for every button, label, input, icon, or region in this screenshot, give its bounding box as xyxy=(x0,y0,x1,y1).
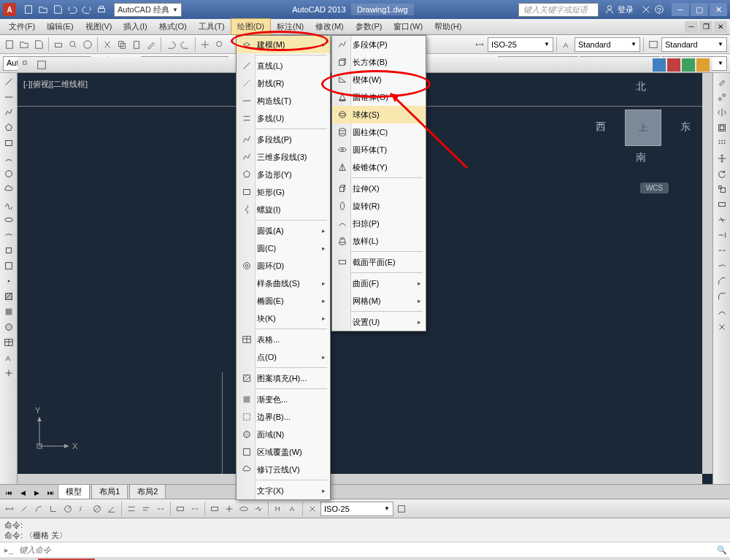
tab-prev[interactable]: ◀ xyxy=(17,489,28,496)
modeling-menu-item-cylinder[interactable]: 圆柱体(C) xyxy=(332,123,426,141)
modeling-menu-item-setup[interactable]: 设置(U) xyxy=(332,313,426,331)
menu-insert[interactable]: 插入(I) xyxy=(118,19,153,34)
dimstyle-combo-2[interactable]: ISO-25▼ xyxy=(320,502,393,516)
modeling-menu-item-polysolid[interactable]: 多段体(P) xyxy=(332,36,426,53)
preview-icon[interactable] xyxy=(66,38,80,51)
print-icon[interactable] xyxy=(52,38,65,51)
draw-menu-item-3dpoly[interactable]: 三维多段线(3) xyxy=(237,148,330,166)
command-line[interactable]: ▸_ 🔍 xyxy=(0,542,730,557)
centermark-icon[interactable] xyxy=(223,502,236,515)
dimstyle-mgr-icon[interactable] xyxy=(395,502,408,515)
tolerance-icon[interactable] xyxy=(208,502,221,515)
offset-icon[interactable] xyxy=(715,120,729,135)
draw-menu-item-ray[interactable]: 射线(R) xyxy=(237,74,330,92)
menu-parametric[interactable]: 参数(P) xyxy=(350,19,388,34)
maximize-button[interactable]: ▢ xyxy=(691,3,708,16)
menu-dimension[interactable]: 标注(N) xyxy=(271,19,310,34)
draw-menu-item-block[interactable]: 块(K) xyxy=(237,310,330,327)
tab-next[interactable]: ▶ xyxy=(31,489,42,496)
mirror-icon[interactable] xyxy=(715,105,729,120)
draw-menu-item-circle[interactable]: 圆(C) xyxy=(237,239,330,257)
menu-edit[interactable]: 编辑(E) xyxy=(41,19,80,34)
dim-radius-icon[interactable] xyxy=(61,502,74,515)
help-icon[interactable]: ? xyxy=(653,3,666,16)
pan-icon[interactable] xyxy=(199,38,212,51)
modeling-menu-item-sphere[interactable]: 球体(S) xyxy=(332,106,426,123)
viewport-label[interactable]: [-][俯视][二维线框] xyxy=(23,79,88,90)
insert-icon[interactable] xyxy=(1,243,16,258)
dim-continue-icon[interactable] xyxy=(154,502,167,515)
join-icon[interactable] xyxy=(715,258,729,273)
dim-linear-icon[interactable] xyxy=(3,502,16,515)
draw-menu-item-revcloud[interactable]: 修订云线(V) xyxy=(237,461,330,478)
dim-break-icon[interactable] xyxy=(188,502,201,515)
gradient-icon[interactable] xyxy=(1,304,16,319)
print-icon[interactable] xyxy=(95,3,108,16)
dim-arc-icon[interactable] xyxy=(32,502,45,515)
close-button[interactable]: ✕ xyxy=(710,3,727,16)
hatch-icon[interactable] xyxy=(1,289,16,304)
array-icon[interactable] xyxy=(715,136,729,150)
modeling-menu-item-extrude[interactable]: 拉伸(X) xyxy=(332,180,426,197)
line-icon[interactable] xyxy=(1,74,16,89)
draw-menu-item-gradient[interactable]: 渐变色... xyxy=(237,391,330,408)
vp-icon[interactable] xyxy=(20,58,34,72)
menu-modify[interactable]: 修改(M) xyxy=(310,19,350,34)
paste-icon[interactable] xyxy=(130,38,143,51)
draw-menu-item-mline[interactable]: 多线(U) xyxy=(237,110,330,127)
dim-ord-icon[interactable] xyxy=(47,502,60,515)
hscrollbar[interactable] xyxy=(18,474,702,484)
minimize-button[interactable]: ─ xyxy=(672,3,689,16)
point-icon[interactable] xyxy=(1,274,16,288)
vp-icon2[interactable] xyxy=(35,58,48,72)
chamfer-icon[interactable] xyxy=(715,274,729,288)
open-icon[interactable] xyxy=(18,38,31,51)
app-logo[interactable]: A xyxy=(3,3,16,16)
copy2-icon[interactable] xyxy=(715,90,729,104)
draw-menu-item-donut[interactable]: 圆环(D) xyxy=(237,257,330,275)
textstyle-icon[interactable]: A xyxy=(560,38,573,51)
tab-last[interactable]: ⏭ xyxy=(45,489,56,496)
textstyle-combo[interactable]: Standard▼ xyxy=(575,37,640,52)
draw-menu-item-modeling[interactable]: 建模(M) xyxy=(237,36,330,53)
draw-menu-item-hatch[interactable]: 图案填充(H)... xyxy=(237,369,330,387)
menu-draw[interactable]: 绘图(D) xyxy=(231,18,271,35)
region-icon[interactable] xyxy=(1,320,16,334)
undo-icon[interactable] xyxy=(164,38,177,51)
modeling-menu-item-sweep[interactable]: 扫掠(P) xyxy=(332,215,426,232)
draw-menu-item-table[interactable]: 表格... xyxy=(237,331,330,348)
dimedit-icon[interactable]: H xyxy=(272,502,285,515)
doc-close[interactable]: ✕ xyxy=(714,21,727,33)
xline-icon[interactable] xyxy=(1,90,16,104)
addselected-icon[interactable] xyxy=(1,366,16,380)
dim-ang-icon[interactable] xyxy=(105,502,118,515)
dim-space-icon[interactable] xyxy=(174,502,187,515)
undo-icon[interactable] xyxy=(66,3,79,16)
exchange-icon[interactable] xyxy=(639,3,653,16)
dim-icon[interactable] xyxy=(473,38,486,51)
blend-icon[interactable] xyxy=(715,304,729,319)
draw-menu-item-helix[interactable]: 螺旋(I) xyxy=(237,201,330,218)
dim-dia-icon[interactable] xyxy=(91,502,104,515)
visual-style-icon3[interactable] xyxy=(682,58,695,72)
revcloud-icon[interactable] xyxy=(1,182,16,196)
dim-baseline-icon[interactable] xyxy=(139,502,153,515)
visual-style-icon[interactable] xyxy=(653,58,666,72)
modeling-menu-item-torus[interactable]: 圆环体(T) xyxy=(332,141,426,158)
draw-menu-item-xline[interactable]: 构造线(T) xyxy=(237,92,330,110)
rectangle-icon[interactable] xyxy=(1,136,16,150)
inspect-icon[interactable] xyxy=(237,502,250,515)
modeling-menu-item-pyramid[interactable]: 棱锥体(Y) xyxy=(332,158,426,176)
tab-model[interactable]: 模型 xyxy=(58,484,90,499)
menu-help[interactable]: 帮助(H) xyxy=(429,19,467,34)
redo-icon[interactable] xyxy=(80,3,93,16)
modeling-menu-item-revolve[interactable]: 旋转(R) xyxy=(332,197,426,215)
doc-restore[interactable]: ❐ xyxy=(699,21,712,33)
draw-menu-item-polygon[interactable]: 多边形(Y) xyxy=(237,166,330,183)
view-cube[interactable]: 北 西 东 南 上 xyxy=(596,80,691,175)
menu-view[interactable]: 视图(V) xyxy=(80,19,118,34)
draw-menu-item-arc[interactable]: 圆弧(A) xyxy=(237,222,330,239)
wcs-badge[interactable]: WCS xyxy=(640,183,669,193)
fillet-icon[interactable] xyxy=(715,289,729,304)
open-icon[interactable] xyxy=(36,3,50,16)
